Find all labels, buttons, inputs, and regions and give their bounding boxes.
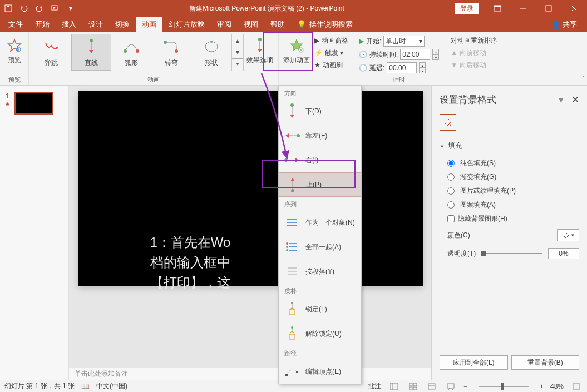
svg-rect-28 [428,384,435,389]
zoom-slider[interactable] [479,386,529,387]
gallery-down-icon[interactable]: ▾ [232,47,243,58]
fill-section-header[interactable]: ▲填充 [440,141,579,151]
menu-item-unlock[interactable]: 解除锁定(U) [279,321,361,346]
tab-help[interactable]: 帮助 [264,17,291,32]
fill-paintbucket-icon[interactable] [440,114,456,131]
preview-button[interactable]: 预览 [2,34,26,64]
reset-background-button[interactable]: 重置背景(B) [511,355,580,370]
spellcheck-icon[interactable]: 📖 [81,383,90,390]
delay-spinner[interactable]: ▴▾ [419,62,426,73]
duration-input[interactable]: 02.00 [400,49,430,60]
menu-item-lock[interactable]: 锁定(L) [279,297,361,321]
normal-view-icon[interactable] [388,381,400,391]
gallery-up-icon[interactable]: ▴ [232,35,243,46]
hide-bg-graphics-check[interactable]: 隐藏背景图形(H) [440,212,579,226]
save-icon[interactable] [3,3,13,13]
tab-animation[interactable]: 动画 [136,17,162,32]
start-from-beginning-icon[interactable] [50,3,60,13]
thumbnail-1[interactable]: 1★ [3,92,65,115]
svg-point-14 [136,49,139,53]
menu-item-as-one[interactable]: 作为一个对象(N) [279,210,361,235]
qat-more-icon[interactable]: ▾ [66,3,76,13]
tab-insert[interactable]: 插入 [56,17,82,32]
menu-item-by-paragraph[interactable]: 按段落(Y) [279,259,361,284]
language-label[interactable]: 中文(中国) [96,381,127,391]
login-button[interactable]: 登录 [455,3,479,14]
zoom-in-button[interactable]: + [540,383,544,390]
fit-to-window-icon[interactable] [570,381,583,391]
transparency-input[interactable]: 0% [548,248,579,259]
svg-point-20 [258,38,262,41]
zoom-label[interactable]: 48% [550,383,564,390]
reading-view-icon[interactable] [426,381,438,391]
menu-item-right[interactable]: 右(I) [279,148,361,172]
move-later-button[interactable]: ▼向后移动 [451,59,497,71]
maximize-button[interactable] [536,0,561,17]
gradient-fill-radio[interactable]: 渐变填充(G) [440,170,579,184]
close-pane-icon[interactable]: ✕ [571,94,579,106]
gallery-item-bounce[interactable]: 弹跳 [31,34,71,71]
menu-item-down[interactable]: 下(D) [279,99,361,123]
start-select[interactable]: 单击时▾ [383,36,425,47]
sorter-view-icon[interactable] [407,381,419,391]
gallery-item-shape[interactable]: 形状 [191,34,231,71]
transparency-slider[interactable] [481,253,542,254]
menu-item-all-at-once[interactable]: 全部一起(A) [279,235,361,259]
notes-pane[interactable]: 单击此处添加备注 [69,368,431,380]
comments-label[interactable]: 批注 [368,381,381,391]
svg-rect-59 [289,334,295,339]
add-animation-button[interactable]: 添加动画 [281,34,312,64]
effect-options-button[interactable]: 效果选项 [244,34,276,64]
zoom-out-button[interactable]: − [463,383,467,390]
minimize-button[interactable] [510,0,536,17]
svg-point-58 [291,326,293,329]
trigger-button[interactable]: ⚡触发 ▾ [314,47,348,58]
color-picker[interactable]: ▾ [557,229,579,241]
animation-painter-button[interactable]: ★动画刷 [314,59,348,71]
animation-pane-button[interactable]: ▶动画窗格 [314,35,348,46]
slide-count: 幻灯片 第 1 张，共 1 张 [4,381,75,391]
gallery-item-turn[interactable]: 转弯 [151,34,191,71]
tab-file[interactable]: 文件 [2,17,29,32]
share-button[interactable]: 👤共享 [544,19,585,29]
animation-star-icon: ★ [5,101,10,107]
gallery-item-line[interactable]: 直线 [71,34,111,71]
tab-view[interactable]: 视图 [238,17,264,32]
gallery-more-icon[interactable]: ▾ [232,58,243,70]
ribbon-tabs: 文件 开始 插入 设计 切换 动画 幻灯片放映 审阅 视图 帮助 💡操作说明搜索… [0,17,587,32]
tab-design[interactable]: 设计 [82,17,109,32]
svg-rect-26 [409,387,412,390]
apply-to-all-button[interactable]: 应用到全部(L) [440,355,508,370]
pane-title: 设置背景格式 [440,93,496,106]
svg-point-17 [205,42,218,52]
duration-spinner[interactable]: ▴▾ [432,49,439,60]
close-button[interactable] [561,0,587,17]
picture-fill-radio[interactable]: 图片或纹理填充(P) [440,184,579,198]
tab-tellme[interactable]: 💡操作说明搜索 [291,17,359,32]
solid-fill-radio[interactable]: 纯色填充(S) [440,156,579,170]
delay-input[interactable]: 00.00 [387,62,417,73]
tab-review[interactable]: 审阅 [211,17,238,32]
ribbon-display-options-icon[interactable] [485,0,510,17]
gallery-item-arc[interactable]: 弧形 [111,34,151,71]
tab-home[interactable]: 开始 [29,17,56,32]
tab-slideshow[interactable]: 幻灯片放映 [162,17,211,32]
menu-item-edit-points[interactable]: 编辑顶点(E) [279,359,361,384]
slide-editor: 1：首先在Wo 档的输入框中 【打印】，这 单击此处添加备注 [69,86,431,380]
overlay-caption: 1：首先在Wo 档的输入框中 【打印】，这 [150,232,401,292]
move-earlier-button[interactable]: ▲向前移动 [451,47,497,58]
undo-icon[interactable] [19,3,29,13]
tab-transition[interactable]: 切换 [109,17,136,32]
redo-icon[interactable] [34,3,45,13]
collapse-ribbon-icon[interactable]: ˇ [583,75,585,83]
menu-item-up[interactable]: 上(P) [279,172,361,197]
svg-rect-61 [296,371,298,373]
menu-item-left[interactable]: 靠左(F) [279,123,361,148]
slide-canvas[interactable]: 1：首先在Wo 档的输入框中 【打印】，这 [78,91,423,286]
pattern-fill-radio[interactable]: 图案填充(A) [440,198,579,212]
turn-path-icon [163,37,180,56]
slideshow-view-icon[interactable] [445,381,457,391]
menu-header-sequence: 序列 [279,197,361,210]
pane-dropdown-icon[interactable]: ▾ [559,94,564,106]
gallery-scroll[interactable]: ▴ ▾ ▾ [231,34,244,71]
